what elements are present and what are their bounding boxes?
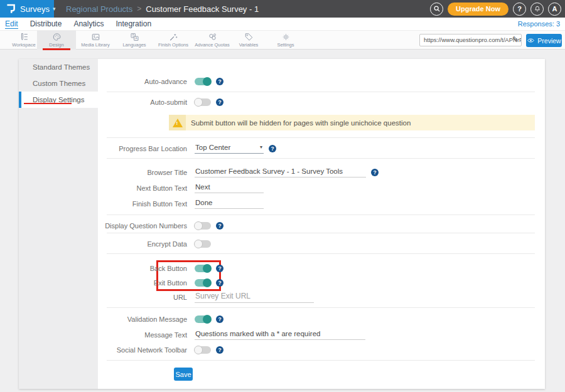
progress-bar-location-row: Progress Bar Location Top Center ▾ ? bbox=[98, 142, 545, 155]
divider bbox=[107, 233, 535, 233]
help-button[interactable]: ? bbox=[513, 3, 526, 16]
sidebar-item-standard-themes[interactable]: Standard Themes bbox=[19, 59, 98, 75]
divider bbox=[107, 307, 535, 308]
progress-bar-help-icon[interactable]: ? bbox=[269, 145, 276, 152]
divider bbox=[107, 253, 535, 254]
auto-submit-label: Auto-submit bbox=[98, 98, 187, 106]
chevron-down-icon: ▾ bbox=[260, 144, 262, 150]
social-toolbar-help-icon[interactable]: ? bbox=[216, 346, 223, 354]
back-button-label: Back Button bbox=[98, 265, 187, 272]
svg-text:A: A bbox=[135, 36, 137, 40]
question-numbers-label: Display Question Numbers bbox=[98, 222, 187, 230]
product-menu-label: Surveys bbox=[20, 4, 50, 14]
toolbar-tab-languages[interactable]: A Languages bbox=[115, 31, 154, 50]
product-switcher[interactable]: Surveys ▾ bbox=[0, 0, 54, 18]
notifications-button[interactable] bbox=[530, 3, 544, 16]
toolbar-tab-finish-options[interactable]: Finish Options bbox=[154, 31, 193, 50]
encrypt-data-row: Encrypt Data bbox=[98, 238, 545, 250]
languages-icon: A bbox=[130, 33, 139, 41]
finish-button-text-input[interactable] bbox=[195, 199, 264, 209]
display-settings-panel: Auto-advance ? Auto-submit ? ! Submit bu… bbox=[98, 59, 545, 389]
exit-button-row: Exit Button ? bbox=[98, 277, 545, 289]
annotation-underline-design bbox=[43, 48, 70, 50]
design-settings-card: Standard Themes Custom Themes Display Se… bbox=[19, 59, 545, 389]
preview-button[interactable]: Preview bbox=[526, 34, 562, 47]
toolbar-tab-variables[interactable]: Variables bbox=[229, 31, 268, 50]
auto-advance-label: Auto-advance bbox=[98, 78, 187, 85]
auto-submit-toggle[interactable] bbox=[195, 98, 211, 106]
toolbar-tab-settings[interactable]: Settings bbox=[266, 31, 305, 50]
exit-url-label: URL bbox=[98, 294, 187, 301]
sidebar-item-display-settings[interactable]: Display Settings bbox=[19, 92, 98, 108]
top-bar: Surveys ▾ Regional Products > Customer F… bbox=[0, 0, 565, 18]
auto-advance-toggle[interactable] bbox=[195, 78, 211, 85]
divider bbox=[107, 92, 535, 92]
exit-url-input[interactable] bbox=[195, 292, 314, 303]
exit-button-toggle[interactable] bbox=[195, 279, 211, 287]
account-avatar[interactable]: A bbox=[548, 3, 561, 16]
design-sidebar: Standard Themes Custom Themes Display Se… bbox=[19, 59, 98, 389]
toolbar-tab-design[interactable]: Design bbox=[37, 31, 76, 50]
validation-message-help-icon[interactable]: ? bbox=[216, 315, 223, 323]
survey-url-field[interactable]: https://www.questionpro.com/t/APNrFZ bbox=[419, 34, 522, 46]
message-text-input[interactable] bbox=[195, 330, 365, 340]
tab-distribute[interactable]: Distribute bbox=[30, 19, 62, 28]
sidebar-item-custom-themes[interactable]: Custom Themes bbox=[19, 75, 98, 92]
settings-icon bbox=[281, 33, 291, 41]
tab-analytics[interactable]: Analytics bbox=[73, 19, 104, 28]
bell-icon bbox=[534, 5, 541, 13]
browser-title-help-icon[interactable]: ? bbox=[371, 169, 379, 176]
responses-count[interactable]: Responses: 3 bbox=[518, 20, 560, 28]
question-numbers-toggle[interactable] bbox=[195, 222, 211, 230]
survey-nav: Edit Distribute Analytics Integration Re… bbox=[0, 18, 565, 30]
back-button-help-icon[interactable]: ? bbox=[216, 265, 223, 272]
breadcrumb-survey-title: Customer Feedback Survey - 1 bbox=[146, 4, 259, 14]
divider bbox=[107, 137, 535, 138]
social-toolbar-toggle[interactable] bbox=[195, 346, 211, 354]
auto-advance-row: Auto-advance ? bbox=[98, 75, 545, 88]
tab-integration[interactable]: Integration bbox=[116, 19, 151, 28]
auto-advance-help-icon[interactable]: ? bbox=[216, 78, 223, 85]
breadcrumb-folder[interactable]: Regional Products bbox=[66, 4, 132, 14]
tab-edit[interactable]: Edit bbox=[5, 19, 18, 29]
validation-message-label: Validation Message bbox=[98, 315, 187, 323]
next-button-text-input[interactable] bbox=[195, 183, 264, 193]
submit-hidden-warning-banner: ! Submit button will be hidden for pages… bbox=[169, 115, 535, 130]
auto-submit-help-icon[interactable]: ? bbox=[216, 98, 223, 106]
progress-bar-location-label: Progress Bar Location bbox=[98, 145, 187, 152]
social-toolbar-label: Social Network Toolbar bbox=[98, 346, 187, 354]
encrypt-data-label: Encrypt Data bbox=[98, 240, 187, 248]
eye-icon bbox=[527, 38, 535, 43]
divider bbox=[107, 360, 535, 361]
exit-button-help-icon[interactable]: ? bbox=[216, 279, 223, 287]
message-text-label: Message Text bbox=[98, 331, 187, 339]
browser-title-input[interactable] bbox=[195, 167, 366, 177]
media-library-icon bbox=[91, 33, 100, 41]
validation-message-toggle[interactable] bbox=[195, 315, 211, 323]
progress-bar-location-select[interactable]: Top Center ▾ bbox=[195, 144, 264, 154]
encrypt-data-toggle[interactable] bbox=[195, 240, 211, 248]
search-button[interactable] bbox=[430, 3, 443, 16]
search-icon bbox=[433, 5, 441, 13]
breadcrumb: Regional Products > Customer Feedback Su… bbox=[66, 0, 259, 18]
edit-url-pencil-icon[interactable]: ✎ bbox=[512, 35, 518, 43]
upgrade-now-button[interactable]: Upgrade Now bbox=[448, 3, 508, 16]
question-numbers-help-icon[interactable]: ? bbox=[216, 222, 223, 230]
validation-message-row: Validation Message ? bbox=[98, 313, 545, 326]
toolbar-tab-advance-quotas[interactable]: Advance Quotas bbox=[193, 31, 232, 50]
next-button-text-label: Next Button Text bbox=[98, 184, 187, 192]
message-text-row: Message Text bbox=[98, 329, 545, 341]
question-numbers-row: Display Question Numbers ? bbox=[98, 220, 545, 232]
edit-toolbar: Workspace Design Media Library A Languag… bbox=[0, 30, 565, 50]
back-button-row: Back Button ? bbox=[98, 262, 545, 275]
breadcrumb-separator-icon: > bbox=[137, 4, 141, 13]
social-toolbar-row: Social Network Toolbar ? bbox=[98, 344, 545, 356]
questionpro-logo-icon bbox=[6, 3, 16, 15]
back-button-toggle[interactable] bbox=[195, 265, 211, 272]
next-button-text-row: Next Button Text bbox=[98, 182, 545, 194]
exit-button-label: Exit Button bbox=[98, 279, 187, 287]
divider bbox=[107, 215, 535, 215]
toolbar-tab-media-library[interactable]: Media Library bbox=[76, 31, 115, 50]
auto-submit-row: Auto-submit ? bbox=[98, 96, 545, 109]
save-button[interactable]: Save bbox=[174, 368, 193, 381]
